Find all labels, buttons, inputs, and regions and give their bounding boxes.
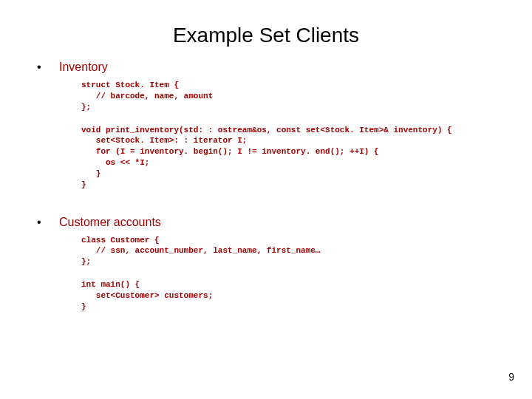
code-struct-stockitem: struct Stock. Item { // barcode, name, a… — [81, 80, 510, 113]
slide-title: Example Set Clients — [0, 0, 532, 61]
code-main: int main() { set<Customer> customers; } — [81, 279, 510, 313]
bullet-dot-icon: • — [37, 61, 59, 74]
bullet-inventory: • Inventory — [37, 61, 510, 74]
code-class-customer: class Customer { // ssn, account_number,… — [81, 235, 510, 268]
bullet-label: Customer accounts — [59, 216, 161, 229]
bullet-dot-icon: • — [37, 216, 59, 229]
slide-body: • Inventory struct Stock. Item { // barc… — [0, 61, 532, 313]
bullet-customer-accounts: • Customer accounts — [37, 216, 510, 229]
bullet-label: Inventory — [59, 61, 108, 74]
code-print-inventory: void print_inventory(std: : ostream&os, … — [81, 125, 510, 191]
slide: Example Set Clients • Inventory struct S… — [0, 0, 532, 399]
page-number: 9 — [508, 371, 514, 383]
